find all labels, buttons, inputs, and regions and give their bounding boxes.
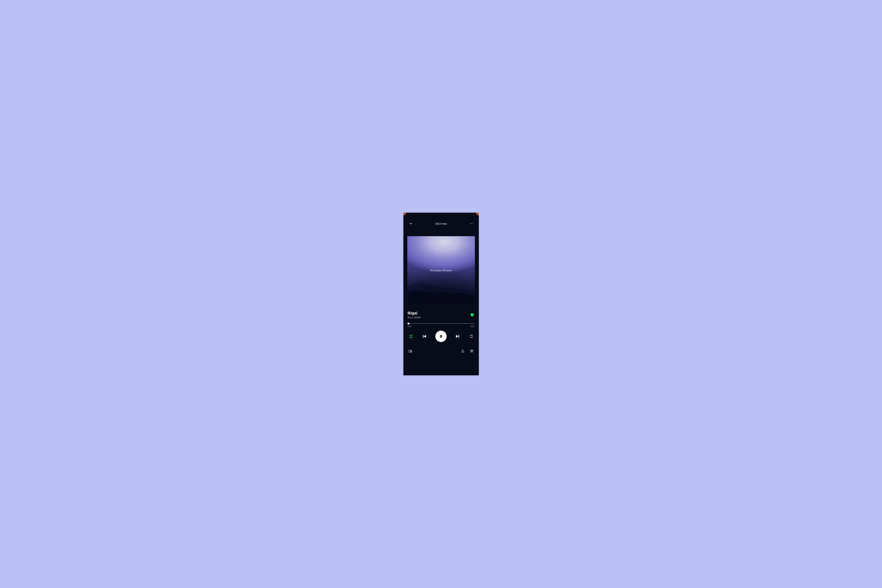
shuffle-icon <box>408 334 413 339</box>
decoration <box>404 213 406 215</box>
devices-icon <box>408 349 412 353</box>
next-button[interactable] <box>455 334 460 339</box>
svg-rect-4 <box>423 335 423 338</box>
previous-button[interactable] <box>422 334 427 339</box>
track-artist[interactable]: Burn Water <box>408 316 421 319</box>
svg-rect-11 <box>470 350 473 351</box>
share-button[interactable] <box>461 349 465 353</box>
more-icon <box>470 222 473 225</box>
top-bar: 2023 misc <box>407 217 475 226</box>
album-art-text: Nostalgia Dreams <box>407 269 475 272</box>
now-playing-screen: 2023 misc Nostalgia Dreams Ikigai Burn W… <box>404 213 479 375</box>
svg-rect-8 <box>409 350 411 352</box>
context-title[interactable]: 2023 misc <box>435 222 447 225</box>
devices-button[interactable] <box>408 349 412 353</box>
time-duration: 4:07 <box>470 325 474 327</box>
svg-rect-7 <box>459 335 459 338</box>
previous-icon <box>422 334 427 339</box>
next-icon <box>455 334 460 339</box>
bottom-bar <box>407 349 475 354</box>
share-icon <box>461 349 465 353</box>
track-title[interactable]: Ikigai <box>408 311 421 315</box>
svg-rect-5 <box>440 335 441 338</box>
chevron-down-icon <box>409 222 413 226</box>
svg-point-1 <box>471 224 471 224</box>
svg-rect-6 <box>441 335 442 338</box>
heart-icon <box>470 313 474 317</box>
more-button[interactable] <box>469 221 474 226</box>
decoration <box>476 213 479 215</box>
progress-section: 0:02 4:07 <box>407 323 475 327</box>
svg-point-0 <box>470 224 470 224</box>
playback-controls <box>407 331 475 342</box>
seek-bar[interactable] <box>408 323 474 324</box>
track-meta: Ikigai Burn Water <box>407 311 475 319</box>
queue-button[interactable] <box>470 349 474 353</box>
collapse-button[interactable] <box>408 221 413 226</box>
shuffle-button[interactable] <box>408 334 414 339</box>
album-art[interactable]: Nostalgia Dreams <box>407 236 475 304</box>
time-elapsed: 0:02 <box>408 325 412 327</box>
svg-rect-9 <box>411 351 412 352</box>
seek-thumb[interactable] <box>408 322 410 325</box>
pause-icon <box>439 334 443 339</box>
queue-icon <box>470 349 474 353</box>
play-pause-button[interactable] <box>435 331 447 342</box>
like-button[interactable] <box>470 313 474 317</box>
svg-point-3 <box>410 338 411 339</box>
repeat-button[interactable] <box>469 334 474 339</box>
repeat-icon <box>469 334 474 339</box>
svg-point-2 <box>472 224 472 224</box>
